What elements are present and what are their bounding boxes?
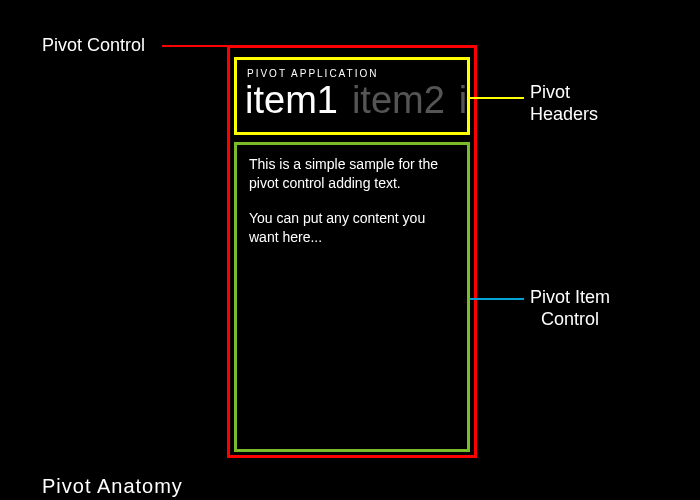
content-paragraph-2: You can put any content you want here...: [249, 209, 455, 247]
connector-pivot-item: [470, 298, 524, 300]
label-pivot-item-line2: Control: [530, 309, 610, 331]
content-paragraph-1: This is a simple sample for the pivot co…: [249, 155, 455, 193]
connector-pivot-control: [162, 45, 228, 47]
pivot-headers-row: item1 item2 ite: [237, 81, 467, 119]
pivot-item-content-box: This is a simple sample for the pivot co…: [234, 142, 470, 452]
connector-pivot-headers: [470, 97, 524, 99]
diagram-canvas: PIVOT APPLICATION item1 item2 ite This i…: [0, 0, 700, 500]
label-pivot-headers-line2: Headers: [530, 104, 598, 126]
label-pivot-item-line1: Pivot Item: [530, 287, 610, 309]
pivot-header-item1[interactable]: item1: [245, 81, 338, 119]
app-title: PIVOT APPLICATION: [237, 60, 467, 79]
pivot-item-content: This is a simple sample for the pivot co…: [249, 155, 455, 247]
label-pivot-headers: Pivot Headers: [530, 82, 598, 125]
pivot-header-item2[interactable]: item2: [352, 81, 445, 119]
diagram-caption: Pivot Anatomy: [0, 468, 700, 500]
label-pivot-headers-line1: Pivot: [530, 82, 598, 104]
pivot-headers-box: PIVOT APPLICATION item1 item2 ite: [234, 57, 470, 135]
label-pivot-control: Pivot Control: [42, 35, 145, 57]
pivot-header-item3[interactable]: ite: [459, 81, 470, 119]
label-pivot-item-control: Pivot Item Control: [530, 287, 610, 330]
